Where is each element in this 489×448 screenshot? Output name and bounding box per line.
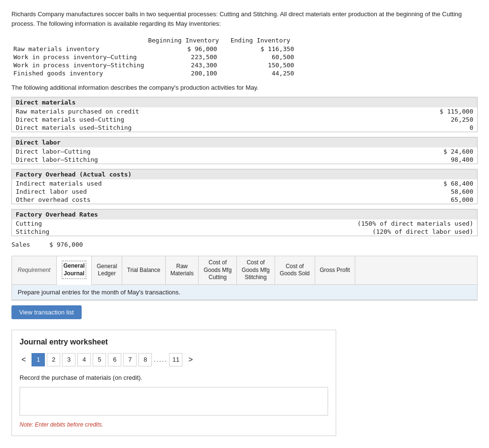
item-label: Cutting (16, 220, 357, 227)
tab-raw-materials[interactable]: Raw Materials (166, 256, 199, 284)
inventory-item-label: Raw materials inventory (11, 45, 146, 53)
list-item: Indirect labor used58,600 (12, 188, 477, 196)
tab-content-area: Prepare journal entries for the month of… (12, 285, 477, 300)
tab-gross-profit[interactable]: Gross Profit (315, 256, 355, 284)
page-button-3[interactable]: 3 (62, 353, 75, 366)
end-value: $ 116,350 (229, 45, 298, 53)
item-label: Raw materials purchased on credit (16, 108, 435, 115)
note-text: Note: Enter debits before credits. (20, 421, 328, 428)
requirement-label: Requirement (12, 256, 57, 284)
page-button-5[interactable]: 5 (93, 353, 106, 366)
page-button-7[interactable]: 7 (123, 353, 137, 366)
item-value: $ 68,400 (435, 180, 473, 187)
list-item: Direct materials used–Cutting26,250 (12, 115, 477, 124)
page-button-4[interactable]: 4 (77, 353, 91, 366)
list-item: Direct labor–Stitching98,400 (12, 156, 477, 164)
tabs-container: Requirement General JournalGeneral Ledge… (11, 256, 478, 301)
inventory-item-label: Work in process inventory–Cutting (11, 53, 146, 61)
item-label: Indirect materials used (16, 180, 435, 187)
begin-value: 223,500 (146, 53, 229, 61)
tab-content-text: Prepare journal entries for the month of… (18, 289, 181, 296)
list-item: Raw materials purchased on credit$ 115,0… (12, 107, 477, 115)
table-row: Raw materials inventory $ 96,000 $ 116,3… (11, 45, 298, 53)
tab-trial-balance[interactable]: Trial Balance (122, 256, 166, 284)
intro-paragraph: Richards Company manufactures soccer bal… (11, 10, 478, 28)
list-item: Other overhead costs65,000 (12, 196, 477, 204)
record-text: Record the purchase of materials (on cre… (20, 374, 328, 381)
additional-paragraph: The following additional information des… (11, 84, 478, 91)
item-value: 65,000 (435, 196, 473, 203)
list-item: Indirect materials used$ 68,400 (12, 179, 477, 188)
end-value: 150,500 (229, 61, 298, 69)
page-dots: ..... (154, 356, 167, 363)
begin-value: $ 96,000 (146, 45, 229, 53)
info-block: Direct materialsRaw materials purchased … (11, 97, 478, 132)
item-label: Other overhead costs (16, 196, 435, 203)
tab-cost-mfg-cutting[interactable]: Cost of Goods Mfg Cutting (199, 256, 237, 284)
tab-cost-goods-sold[interactable]: Cost of Goods Sold (275, 256, 315, 284)
inventory-table: Beginning Inventory Ending Inventory Raw… (11, 36, 298, 77)
list-item: Cutting(150% of direct materials used) (12, 219, 477, 228)
item-value: (120% of direct labor used) (372, 228, 473, 235)
item-value: $ 24,600 (435, 148, 473, 155)
info-block: Factory Overhead (Actual costs)Indirect … (11, 169, 478, 204)
table-row: Work in process inventory–Cutting 223,50… (11, 53, 298, 61)
table-row: Work in process inventory–Stitching 243,… (11, 61, 298, 69)
list-item: Direct materials used–Stitching0 (12, 124, 477, 132)
section-header: Factory Overhead (Actual costs) (12, 169, 477, 179)
list-item: Direct labor–Cutting$ 24,600 (12, 147, 477, 156)
page-button-6[interactable]: 6 (108, 353, 121, 366)
record-instruction: Record the purchase of materials (on cre… (20, 374, 328, 381)
end-value: 60,500 (229, 53, 298, 61)
table-row: Finished goods inventory 200,100 44,250 (11, 69, 298, 77)
worksheet-title: Journal entry worksheet (20, 338, 328, 346)
pagination: < 12345678.....11 > (20, 353, 328, 366)
item-value: 58,600 (435, 188, 473, 195)
section-header: Direct labor (12, 137, 477, 147)
info-block: Direct laborDirect labor–Cutting$ 24,600… (11, 137, 478, 164)
item-label: Indirect labor used (16, 188, 435, 195)
col-end-header: Ending Inventory (229, 36, 298, 45)
end-value: 44,250 (229, 69, 298, 77)
active-tab-indicator: General Journal (62, 260, 87, 279)
item-label: Stitching (16, 228, 372, 235)
item-value: $ 115,000 (435, 108, 473, 115)
journal-entry-area[interactable] (20, 387, 328, 416)
item-label: Direct materials used–Stitching (16, 124, 435, 131)
sales-label: Sales (11, 241, 30, 248)
page-button-11[interactable]: 11 (169, 353, 182, 366)
inventory-item-label: Work in process inventory–Stitching (11, 61, 146, 69)
tab-general-journal[interactable]: General Journal (57, 256, 92, 285)
item-value: 0 (435, 124, 473, 131)
item-label: Direct materials used–Cutting (16, 116, 435, 123)
view-transaction-list-button[interactable]: View transaction list (11, 305, 82, 319)
item-value: 26,250 (435, 116, 473, 123)
begin-value: 200,100 (146, 69, 229, 77)
col-begin-header: Beginning Inventory (146, 36, 229, 45)
item-value: (150% of direct materials used) (357, 220, 473, 227)
page-button-8[interactable]: 8 (138, 353, 152, 366)
sales-value: $ 976,000 (49, 241, 83, 248)
section-header: Direct materials (12, 97, 477, 107)
page-button-1[interactable]: 1 (32, 353, 45, 366)
prev-page-button[interactable]: < (20, 355, 28, 364)
info-block: Factory Overhead RatesCutting(150% of di… (11, 209, 478, 236)
inventory-item-label: Finished goods inventory (11, 69, 146, 77)
item-value: 98,400 (435, 156, 473, 163)
list-item: Stitching(120% of direct labor used) (12, 228, 477, 236)
next-page-button[interactable]: > (186, 355, 194, 364)
begin-value: 243,300 (146, 61, 229, 69)
tab-general-ledger[interactable]: General Ledger (92, 256, 122, 284)
item-label: Direct labor–Cutting (16, 148, 435, 155)
page-button-2[interactable]: 2 (47, 353, 60, 366)
section-header: Factory Overhead Rates (12, 209, 477, 219)
sales-row: Sales $ 976,000 (11, 241, 478, 248)
tab-cost-mfg-stitching[interactable]: Cost of Goods Mfg Stitching (237, 256, 275, 284)
item-label: Direct labor–Stitching (16, 156, 435, 163)
tabs-row: Requirement General JournalGeneral Ledge… (12, 256, 477, 285)
worksheet-container: Journal entry worksheet < 12345678.....1… (11, 330, 336, 436)
